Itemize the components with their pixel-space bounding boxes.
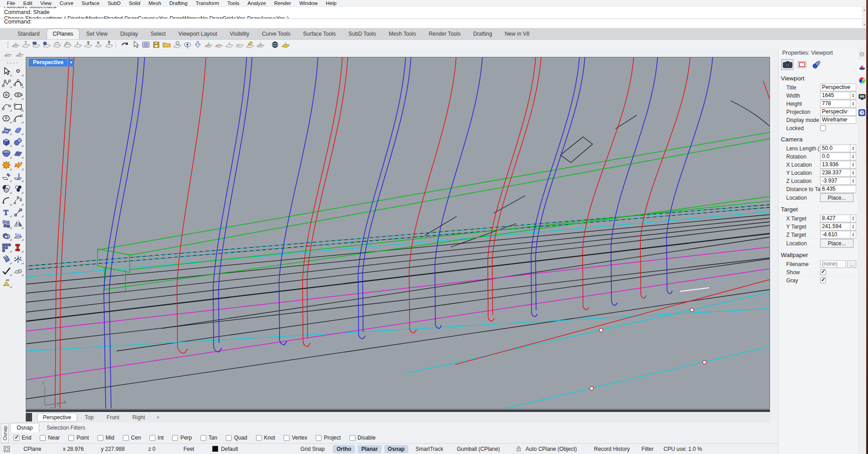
- checkbox[interactable]: [284, 435, 289, 441]
- torus-icon[interactable]: [1, 148, 12, 159]
- explode-icon[interactable]: [1, 159, 12, 171]
- lock-icon[interactable]: [516, 446, 521, 452]
- menu-window[interactable]: Window: [295, 0, 322, 6]
- extrude-icon[interactable]: [13, 230, 24, 241]
- vtab-perspective[interactable]: Perspective: [37, 413, 77, 422]
- vtab-top[interactable]: Top: [79, 413, 99, 421]
- osnap-end[interactable]: End: [14, 435, 31, 441]
- cplane-small-icon[interactable]: [93, 40, 103, 49]
- curve-through-points-icon[interactable]: [13, 77, 24, 89]
- osnap-cen[interactable]: Cen: [123, 435, 141, 441]
- cplane-pencil-icon[interactable]: [245, 40, 255, 49]
- pointer-tool-icon[interactable]: [131, 40, 140, 49]
- toggle-filter[interactable]: Filter: [638, 445, 658, 453]
- check-icon[interactable]: [1, 265, 12, 276]
- menu-transform[interactable]: Transform: [191, 0, 223, 6]
- circle-icon[interactable]: [1, 89, 12, 100]
- y-location-spinner[interactable]: ▲▼: [850, 169, 856, 177]
- text-icon[interactable]: T: [1, 206, 12, 218]
- osnap-point[interactable]: Point: [68, 435, 89, 441]
- gray-checkbox[interactable]: [820, 277, 826, 283]
- tab-standard[interactable]: Standard: [12, 29, 46, 39]
- osnap-knot[interactable]: Knot: [256, 435, 275, 441]
- toggle-record-history[interactable]: Record History: [590, 445, 633, 453]
- blend-icon[interactable]: [13, 195, 24, 206]
- history-edit-icon[interactable]: [13, 253, 24, 265]
- undo-icon[interactable]: [120, 40, 130, 49]
- x-location-input[interactable]: 13.936: [820, 161, 850, 168]
- y-location-input[interactable]: 238.337: [820, 169, 850, 177]
- toggle-auto-cplane[interactable]: Auto CPlane (Object): [522, 445, 580, 453]
- move-icon[interactable]: [13, 206, 24, 218]
- layers-icon[interactable]: [1, 253, 12, 265]
- distance-input[interactable]: 6.435: [820, 185, 856, 193]
- cplane-zoom-icon[interactable]: [172, 40, 182, 49]
- cplane-tool-icon[interactable]: [214, 40, 224, 49]
- width-input[interactable]: 1645: [820, 92, 850, 99]
- camera-place-button[interactable]: Place...: [820, 193, 854, 202]
- tab-cplanes[interactable]: CPlanes: [47, 28, 79, 39]
- checkbox[interactable]: [14, 435, 19, 441]
- osnap-mid[interactable]: Mid: [98, 435, 114, 441]
- open-folder-icon[interactable]: [162, 40, 172, 49]
- viewport-title[interactable]: Perspective: [29, 59, 67, 66]
- grid-icon[interactable]: [141, 40, 151, 49]
- tab-new-in-v8[interactable]: New in V8: [499, 29, 536, 39]
- toggle-ortho[interactable]: Ortho: [333, 445, 355, 453]
- world-sphere-icon[interactable]: [270, 40, 280, 49]
- menu-help[interactable]: Help: [322, 0, 341, 6]
- x-location-spinner[interactable]: ▲▼: [850, 161, 856, 168]
- browse-button[interactable]: ...: [847, 260, 856, 268]
- menu-mesh[interactable]: Mesh: [145, 0, 165, 6]
- boolean-union-icon[interactable]: [1, 230, 12, 241]
- checkbox[interactable]: [256, 435, 262, 441]
- x-target-input[interactable]: 8.427: [820, 215, 850, 222]
- viewport-rect-tab-icon[interactable]: [796, 59, 808, 70]
- status-cplane[interactable]: CPlane: [23, 446, 41, 452]
- import-arrow-icon[interactable]: [193, 40, 203, 49]
- solid-primitives-icon[interactable]: [13, 265, 24, 276]
- copy-icon[interactable]: [1, 218, 12, 229]
- y-target-spinner[interactable]: ▲▼: [850, 223, 856, 230]
- z-target-input[interactable]: -4.610: [820, 231, 850, 239]
- menu-tools[interactable]: Tools: [223, 0, 243, 6]
- toggle-planar[interactable]: Planar: [358, 445, 382, 453]
- viewport-canvas[interactable]: z x y: [26, 57, 770, 408]
- menu-render[interactable]: Render: [270, 0, 295, 6]
- checkbox[interactable]: [172, 435, 178, 441]
- checkbox[interactable]: [149, 435, 155, 441]
- menu-file[interactable]: File: [3, 0, 19, 6]
- rotation-input[interactable]: 0.0: [820, 153, 850, 160]
- fillet-icon[interactable]: [1, 195, 12, 206]
- tab-mesh-tools[interactable]: Mesh Tools: [383, 29, 422, 39]
- vtab-right[interactable]: Right: [127, 413, 150, 421]
- menu-view[interactable]: View: [36, 0, 56, 6]
- tab-render-tools[interactable]: Render Tools: [423, 29, 467, 39]
- point-icon[interactable]: [13, 66, 24, 77]
- height-spinner[interactable]: ▲▼: [850, 100, 856, 108]
- vtab-front[interactable]: Front: [101, 413, 125, 421]
- tab-drafting[interactable]: Drafting: [467, 29, 498, 39]
- menu-surface[interactable]: Surface: [78, 0, 104, 6]
- tab-set-view[interactable]: Set View: [80, 29, 113, 39]
- control-point-curve-icon[interactable]: [1, 77, 12, 89]
- checkbox[interactable]: [123, 435, 129, 441]
- menu-edit[interactable]: Edit: [19, 0, 37, 6]
- cplane-tool-icon[interactable]: [10, 40, 20, 49]
- boolean-venn-icon[interactable]: [1, 183, 12, 194]
- array-icon[interactable]: [1, 242, 12, 253]
- toolbar-grip[interactable]: [7, 42, 9, 48]
- tab-select[interactable]: Select: [145, 29, 172, 39]
- split-icon[interactable]: [13, 171, 24, 183]
- checkbox[interactable]: [40, 435, 46, 441]
- toggle-gumball[interactable]: Gumball (CPlane): [453, 445, 503, 453]
- surface-from-points-icon[interactable]: [1, 124, 12, 136]
- cplane-tool-icon[interactable]: [203, 40, 213, 49]
- layer-box-icon[interactable]: [4, 446, 10, 452]
- burst-icon[interactable]: [13, 159, 24, 171]
- gear-icon[interactable]: ⚙: [858, 47, 866, 61]
- tab-subd-tools[interactable]: SubD Tools: [343, 29, 382, 39]
- checkbox[interactable]: [316, 435, 322, 441]
- viewport-title-chip[interactable]: Perspective ▼: [29, 59, 74, 66]
- osnap-vertex[interactable]: Vertex: [284, 435, 307, 441]
